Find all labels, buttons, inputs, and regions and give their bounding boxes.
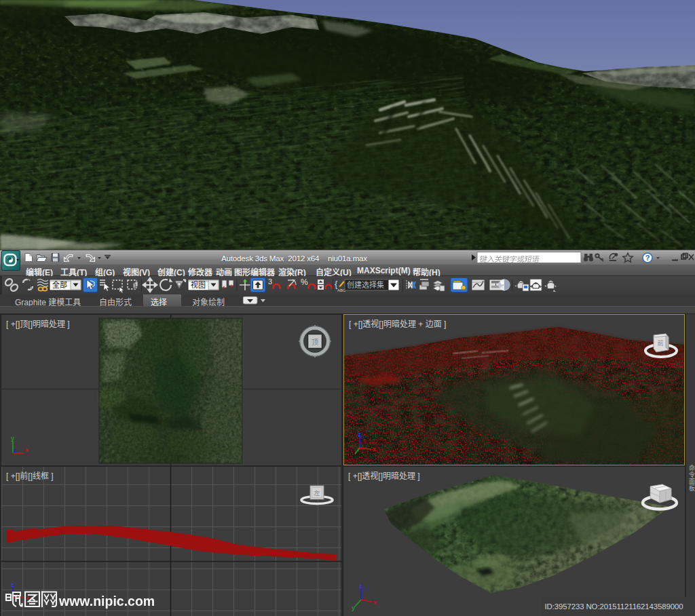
svg-text:x: x <box>25 446 29 453</box>
svg-text:创建选择集: 创建选择集 <box>347 280 384 289</box>
svg-text:www.nipic.com: www.nipic.com <box>58 594 155 609</box>
svg-text:z: z <box>359 583 362 590</box>
svg-text:z: z <box>358 431 361 438</box>
svg-text:x: x <box>373 599 377 606</box>
svg-text:x: x <box>373 446 376 453</box>
svg-text:左: 左 <box>314 489 320 497</box>
svg-text:z: z <box>13 447 16 454</box>
svg-text:前: 前 <box>657 339 663 347</box>
svg-text:全部: 全部 <box>52 280 67 289</box>
svg-text:?: ? <box>645 254 650 262</box>
svg-text:3: 3 <box>268 277 272 286</box>
svg-text:%: % <box>301 277 308 287</box>
svg-text:y: y <box>352 604 355 611</box>
svg-text:y: y <box>11 435 14 442</box>
svg-text:视图: 视图 <box>191 280 206 289</box>
svg-text:顶: 顶 <box>312 339 318 346</box>
svg-text:{: { <box>335 279 338 289</box>
